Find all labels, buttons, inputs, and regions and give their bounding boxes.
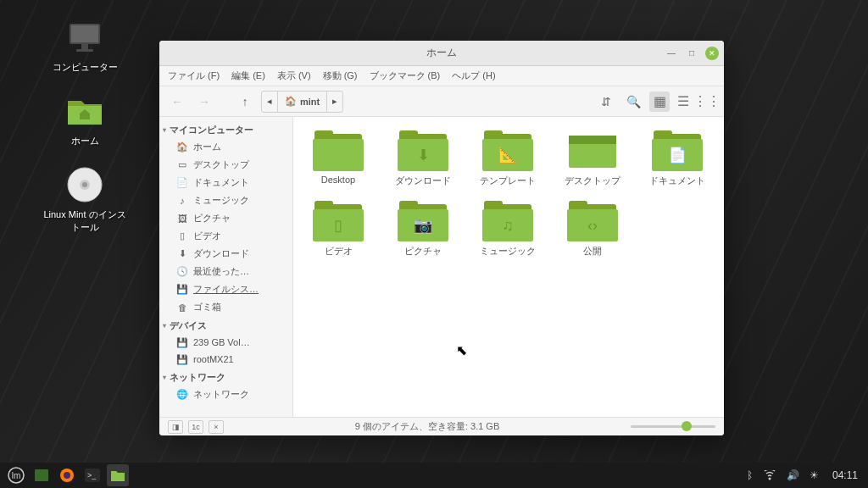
show-tree-button[interactable]: 1c xyxy=(188,420,203,434)
sidebar-item-label: ピクチャ xyxy=(193,212,231,225)
desktop-icon-label: ホーム xyxy=(71,135,99,147)
folder-item[interactable]: 📷ピクチャ xyxy=(388,197,458,261)
sidebar-item[interactable]: 💾rootMX21 xyxy=(159,351,292,368)
folder-icon: 📄 xyxy=(652,130,703,171)
up-button[interactable]: ↑ xyxy=(234,91,256,113)
menu-go[interactable]: 移動 (G) xyxy=(323,69,358,82)
terminal-launcher[interactable]: >_ xyxy=(81,464,103,486)
sidebar-item[interactable]: ⬇ダウンロード xyxy=(159,245,292,263)
sidebar-item-label: 最近使った… xyxy=(193,265,249,278)
toggle-location-button[interactable]: ⇵ xyxy=(595,91,617,113)
pictures-icon: 🖼 xyxy=(176,213,188,225)
forward-button[interactable]: → xyxy=(193,91,215,113)
folder-item[interactable]: ▯ビデオ xyxy=(303,197,373,261)
zoom-thumb[interactable] xyxy=(682,421,692,431)
home-icon: 🏠 xyxy=(285,96,297,107)
folder-item[interactable]: Desktop xyxy=(303,127,373,191)
desktop-icon-installer[interactable]: Linux Mint のインストール xyxy=(25,164,144,234)
desktop-icons: コンピューター ホーム Linux Mint のインストール xyxy=(25,17,144,251)
desktop-icon-computer[interactable]: コンピューター xyxy=(25,17,144,74)
folder-item[interactable]: ‹›公開 xyxy=(558,197,627,261)
path-next-icon[interactable]: ▸ xyxy=(327,92,342,112)
sidebar-item[interactable]: 🏠ホーム xyxy=(159,138,292,156)
sidebar-item[interactable]: 🌐ネットワーク xyxy=(159,385,292,403)
search-button[interactable]: 🔍 xyxy=(622,91,644,113)
documents-icon: 📄 xyxy=(176,177,188,189)
sidebar: マイコンピューター🏠ホーム▭デスクトップ📄ドキュメント♪ミュージック🖼ピクチャ▯… xyxy=(159,117,293,417)
volume-icon[interactable]: 🔊 xyxy=(787,469,799,481)
compact-view-button[interactable]: ⋮⋮ xyxy=(697,92,717,112)
menu-file[interactable]: ファイル (F) xyxy=(168,69,220,82)
taskbar: lm >_ ᛒ 🔊 ☀ 04:11 xyxy=(0,463,868,488)
sidebar-item[interactable]: ♪ミュージック xyxy=(159,191,292,209)
menubar: ファイル (F) 編集 (E) 表示 (V) 移動 (G) ブックマーク (B)… xyxy=(159,66,724,86)
pathbar[interactable]: ◂ 🏠 mint ▸ xyxy=(261,91,343,113)
downloads-icon: ⬇ xyxy=(176,248,188,260)
folder-content[interactable]: Desktop⬇ダウンロード📐テンプレートデスクトップ📄ドキュメント▯ビデオ📷ピ… xyxy=(293,117,724,417)
sidebar-item[interactable]: ▭デスクトップ xyxy=(159,156,292,174)
files-launcher[interactable] xyxy=(107,464,129,486)
sidebar-item[interactable]: 💾ファイルシス… xyxy=(159,280,292,298)
maximize-button[interactable] xyxy=(685,47,698,60)
firefox-launcher[interactable] xyxy=(56,464,78,486)
folder-item[interactable]: ♫ミュージック xyxy=(473,197,542,261)
folder-icon: ‹› xyxy=(567,201,618,241)
path-prev-icon[interactable]: ◂ xyxy=(262,92,278,112)
desktop-icon-home[interactable]: ホーム xyxy=(25,91,144,147)
bluetooth-icon[interactable]: ᛒ xyxy=(747,469,753,481)
list-view-button[interactable]: ☰ xyxy=(673,92,693,112)
start-menu-button[interactable]: lm xyxy=(5,464,27,486)
show-places-button[interactable]: ◨ xyxy=(168,420,183,434)
folder-label: ピクチャ xyxy=(404,245,442,258)
brightness-icon[interactable]: ☀ xyxy=(810,469,819,481)
music-icon: ♪ xyxy=(176,195,188,207)
folder-item[interactable]: ⬇ダウンロード xyxy=(388,127,458,191)
folder-label: ダウンロード xyxy=(395,175,451,187)
folder-label: デスクトップ xyxy=(565,175,620,187)
videos-icon: ▯ xyxy=(176,230,188,242)
desktop-icon-label: コンピューター xyxy=(53,61,118,74)
folder-item[interactable]: 📄ドキュメント xyxy=(643,127,712,191)
close-sidebar-button[interactable]: × xyxy=(209,420,224,434)
minimize-button[interactable] xyxy=(665,47,678,60)
sidebar-item[interactable]: 📄ドキュメント xyxy=(159,174,292,191)
titlebar[interactable]: ホーム xyxy=(159,41,724,66)
icon-view-button[interactable]: ▦ xyxy=(649,92,670,112)
network-icon[interactable] xyxy=(763,470,776,480)
svg-rect-12 xyxy=(35,469,48,481)
folder-label: ミュージック xyxy=(480,245,536,258)
sidebar-item[interactable]: 🕓最近使った… xyxy=(159,263,292,280)
folder-item[interactable]: デスクトップ xyxy=(558,127,627,191)
sidebar-section-header[interactable]: デバイス xyxy=(159,316,292,334)
svg-rect-9 xyxy=(569,136,616,144)
sidebar-item[interactable]: 🖼ピクチャ xyxy=(159,209,292,227)
clock[interactable]: 04:11 xyxy=(832,469,858,481)
menu-view[interactable]: 表示 (V) xyxy=(277,69,311,82)
sidebar-section-header[interactable]: マイコンピューター xyxy=(159,120,292,138)
status-text: 9 個のアイテム、空き容量: 3.1 GB xyxy=(224,420,631,433)
menu-help[interactable]: ヘルプ (H) xyxy=(452,69,495,82)
statusbar: ◨ 1c × 9 個のアイテム、空き容量: 3.1 GB xyxy=(159,417,724,435)
folder-icon xyxy=(567,130,618,171)
show-desktop-button[interactable] xyxy=(31,464,53,486)
menu-edit[interactable]: 編集 (E) xyxy=(231,69,265,82)
sidebar-item-label: ダウンロード xyxy=(193,247,249,260)
folder-label: Desktop xyxy=(321,175,355,185)
sidebar-item[interactable]: 💾239 GB Vol… xyxy=(159,334,292,351)
sidebar-item-label: ゴミ箱 xyxy=(193,301,221,313)
filesystem-icon: 💾 xyxy=(176,284,188,296)
zoom-slider[interactable] xyxy=(631,425,715,428)
sidebar-item-label: ビデオ xyxy=(193,230,221,242)
folder-item[interactable]: 📐テンプレート xyxy=(473,127,542,191)
sidebar-item[interactable]: ▯ビデオ xyxy=(159,227,292,245)
back-button[interactable]: ← xyxy=(166,91,188,113)
sidebar-section-header[interactable]: ネットワーク xyxy=(159,368,292,385)
sidebar-item[interactable]: 🗑ゴミ箱 xyxy=(159,298,292,316)
search-icon: 🔍 xyxy=(626,95,641,108)
menu-bookmarks[interactable]: ブックマーク (B) xyxy=(370,69,441,82)
svg-text:>_: >_ xyxy=(87,471,97,480)
svg-rect-1 xyxy=(71,25,98,42)
path-segment-home[interactable]: 🏠 mint xyxy=(278,92,327,112)
disk-icon: 💾 xyxy=(176,353,188,365)
close-button[interactable] xyxy=(705,47,719,60)
